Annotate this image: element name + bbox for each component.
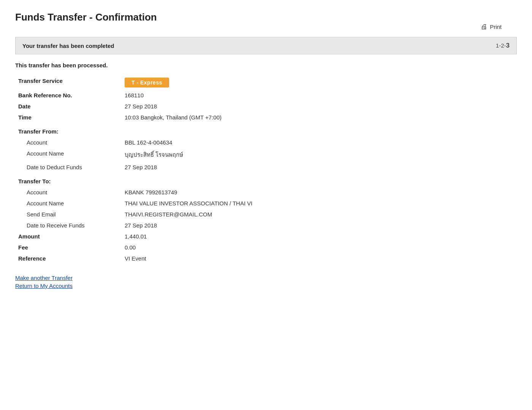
date-receive-value: 27 Sep 2018: [122, 220, 517, 231]
to-account-name-row: Account Name THAI VALUE INVESTOR ASSOCIA…: [15, 198, 517, 209]
fee-value: 0.00: [122, 242, 517, 253]
fee-label: Fee: [15, 242, 122, 253]
amount-label: Amount: [15, 231, 122, 242]
return-to-accounts-link[interactable]: Return to My Accounts: [15, 283, 517, 289]
date-deduct-label: Date to Deduct Funds: [15, 162, 122, 173]
bank-ref-label: Bank Reference No.: [15, 90, 122, 101]
from-account-name-value: บุญประสิทธิ์ โรจนพฤกษ์: [122, 148, 517, 162]
status-bar: Your transfer has been completed 1-2-3: [15, 37, 517, 54]
to-account-name-value: THAI VALUE INVESTOR ASSOCIATION / THAI V…: [122, 198, 517, 209]
make-another-transfer-link[interactable]: Make another Transfer: [15, 275, 517, 281]
current-step: 3: [506, 42, 510, 49]
to-account-label: Account: [15, 187, 122, 198]
info-table: Transfer Service T - Express Bank Refere…: [15, 75, 517, 264]
transfer-to-header-row: Transfer To:: [15, 173, 517, 187]
to-account-row: Account KBANK 7992613749: [15, 187, 517, 198]
date-receive-row: Date to Receive Funds 27 Sep 2018: [15, 220, 517, 231]
date-value: 27 Sep 2018: [122, 101, 517, 112]
print-button[interactable]: 🖨 Print: [481, 23, 502, 31]
amount-value: 1,440.01: [122, 231, 517, 242]
time-label: Time: [15, 112, 122, 123]
bank-ref-value: 168110: [122, 90, 517, 101]
processed-text: This transfer has been processed.: [15, 62, 517, 68]
t-express-badge: T - Express: [125, 78, 169, 87]
date-deduct-value: 27 Sep 2018: [122, 162, 517, 173]
from-account-row: Account BBL 162-4-004634: [15, 137, 517, 148]
from-account-value: BBL 162-4-004634: [122, 137, 517, 148]
from-account-name-label: Account Name: [15, 148, 122, 162]
transfer-service-value: T - Express: [122, 75, 517, 90]
print-icon: 🖨: [481, 23, 488, 31]
reference-label: Reference: [15, 253, 122, 264]
transfer-service-label: Transfer Service: [15, 75, 122, 90]
transfer-service-row: Transfer Service T - Express: [15, 75, 517, 90]
reference-value: VI Event: [122, 253, 517, 264]
amount-row: Amount 1,440.01: [15, 231, 517, 242]
date-row: Date 27 Sep 2018: [15, 101, 517, 112]
date-deduct-row: Date to Deduct Funds 27 Sep 2018: [15, 162, 517, 173]
to-account-value: KBANK 7992613749: [122, 187, 517, 198]
fee-row: Fee 0.00: [15, 242, 517, 253]
status-message: Your transfer has been completed: [22, 43, 114, 49]
transfer-to-header: Transfer To:: [15, 173, 517, 187]
send-email-label: Send Email: [15, 209, 122, 220]
send-email-row: Send Email THAIVI.REGISTER@GMAIL.COM: [15, 209, 517, 220]
bank-ref-row: Bank Reference No. 168110: [15, 90, 517, 101]
time-row: Time 10:03 Bangkok, Thailand (GMT +7:00): [15, 112, 517, 123]
to-account-name-label: Account Name: [15, 198, 122, 209]
date-receive-label: Date to Receive Funds: [15, 220, 122, 231]
links-section: Make another Transfer Return to My Accou…: [15, 275, 517, 289]
step-indicator: 1-2-3: [496, 42, 510, 49]
steps-prefix: 1-2-: [496, 42, 506, 49]
from-account-name-row: Account Name บุญประสิทธิ์ โรจนพฤกษ์: [15, 148, 517, 162]
reference-row: Reference VI Event: [15, 253, 517, 264]
page-title: Funds Transfer - Confirmation: [15, 11, 157, 23]
date-label: Date: [15, 101, 122, 112]
transfer-from-header: Transfer From:: [15, 123, 517, 137]
print-label: Print: [490, 24, 502, 30]
time-value: 10:03 Bangkok, Thailand (GMT +7:00): [122, 112, 517, 123]
transfer-from-header-row: Transfer From:: [15, 123, 517, 137]
from-account-label: Account: [15, 137, 122, 148]
send-email-value: THAIVI.REGISTER@GMAIL.COM: [122, 209, 517, 220]
